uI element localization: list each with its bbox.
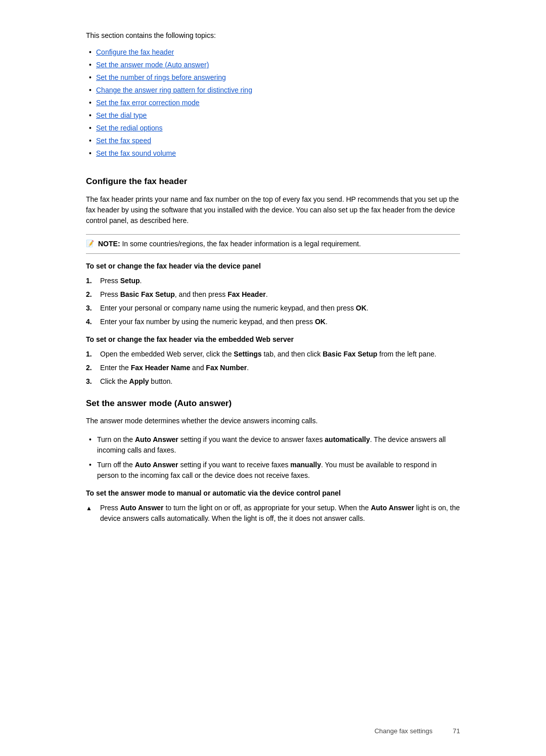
section2-heading: Set the answer mode (Auto answer) xyxy=(86,397,460,410)
step1-3: 3.Enter your personal or company name us… xyxy=(86,303,460,314)
section1-heading: Configure the fax header xyxy=(86,175,460,188)
step2-3: 3.Click the Apply button. xyxy=(86,376,460,387)
toc-item-1[interactable]: Configure the fax header xyxy=(86,46,460,59)
section-configure-fax-header: Configure the fax header The fax header … xyxy=(86,175,460,387)
toc-list: Configure the fax header Set the answer … xyxy=(86,46,460,160)
toc-link-2[interactable]: Set the answer mode (Auto answer) xyxy=(96,61,209,69)
page-footer: Change fax settings 71 xyxy=(375,726,460,736)
step2-1: 1.Open the embedded Web server, click th… xyxy=(86,349,460,360)
step1-2: 2.Press Basic Fax Setup, and then press … xyxy=(86,289,460,300)
bullet-1: Turn on the Auto Answer setting if you w… xyxy=(86,434,460,456)
section1-subheading1: To set or change the fax header via the … xyxy=(86,261,460,272)
step2-2: 2.Enter the Fax Header Name and Fax Numb… xyxy=(86,363,460,373)
section1-steps1: 1.Press Setup. 2.Press Basic Fax Setup, … xyxy=(86,276,460,327)
toc-item-8[interactable]: Set the fax speed xyxy=(86,135,460,147)
toc-item-4[interactable]: Change the answer ring pattern for disti… xyxy=(86,84,460,97)
footer-label: Change fax settings xyxy=(375,726,433,736)
toc-item-3[interactable]: Set the number of rings before answering xyxy=(86,71,460,84)
step1-1: 1.Press Setup. xyxy=(86,276,460,286)
toc-item-2[interactable]: Set the answer mode (Auto answer) xyxy=(86,59,460,71)
toc-link-7[interactable]: Set the redial options xyxy=(96,124,163,132)
note-box: 📝 NOTE: In some countries/regions, the f… xyxy=(86,234,460,254)
toc-link-9[interactable]: Set the fax sound volume xyxy=(96,149,176,157)
bullet-2: Turn off the Auto Answer setting if you … xyxy=(86,460,460,481)
note-text: NOTE: In some countries/regions, the fax… xyxy=(98,239,361,249)
section1-subheading2: To set or change the fax header via the … xyxy=(86,334,460,345)
section2-bullets: Turn on the Auto Answer setting if you w… xyxy=(86,434,460,481)
section1-steps2: 1.Open the embedded Web server, click th… xyxy=(86,349,460,387)
toc-link-4[interactable]: Change the answer ring pattern for disti… xyxy=(96,86,252,94)
section2-body: The answer mode determines whether the d… xyxy=(86,416,460,426)
toc-item-7[interactable]: Set the redial options xyxy=(86,122,460,135)
page-number: 71 xyxy=(453,726,460,736)
intro-text: This section contains the following topi… xyxy=(86,30,460,41)
toc-item-6[interactable]: Set the dial type xyxy=(86,109,460,122)
section1-body: The fax header prints your name and fax … xyxy=(86,194,460,226)
toc-link-8[interactable]: Set the fax speed xyxy=(96,137,151,145)
toc-item-5[interactable]: Set the fax error correction mode xyxy=(86,97,460,109)
section2-warning-list: Press Auto Answer to turn the light on o… xyxy=(86,503,460,524)
toc-link-3[interactable]: Set the number of rings before answering xyxy=(96,73,226,81)
toc-link-5[interactable]: Set the fax error correction mode xyxy=(96,99,200,107)
toc-item-9[interactable]: Set the fax sound volume xyxy=(86,147,460,160)
toc-link-1[interactable]: Configure the fax header xyxy=(96,48,174,56)
toc-link-6[interactable]: Set the dial type xyxy=(96,111,147,119)
note-icon: 📝 xyxy=(86,239,94,249)
section-set-answer-mode: Set the answer mode (Auto answer) The an… xyxy=(86,397,460,524)
warning-item-1: Press Auto Answer to turn the light on o… xyxy=(86,503,460,524)
step1-4: 4.Enter your fax number by using the num… xyxy=(86,317,460,327)
section2-subheading: To set the answer mode to manual or auto… xyxy=(86,488,460,499)
